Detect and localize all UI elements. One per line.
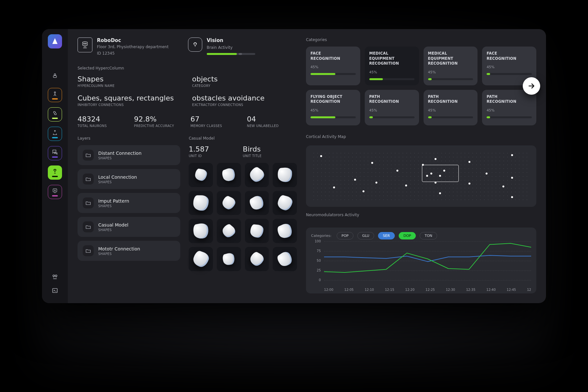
map-spot — [511, 154, 513, 156]
svg-point-2 — [54, 92, 56, 93]
model-thumb-0[interactable] — [189, 163, 213, 187]
chip-dop[interactable]: DOP — [399, 232, 416, 239]
robot-location: Floor 3rd, Physiotherapy department — [97, 44, 169, 50]
model-thumb-1[interactable] — [217, 163, 241, 187]
model-thumb-15[interactable] — [273, 247, 297, 271]
svg-point-6 — [55, 275, 57, 277]
svg-point-10 — [85, 43, 86, 44]
category-card-5[interactable]: PATH RECOGNITION 45% — [365, 90, 419, 125]
layer-item-1[interactable]: Local Connection SHAPES — [78, 169, 180, 189]
model-thumb-12[interactable] — [189, 247, 213, 271]
series-dop — [324, 243, 531, 272]
layer-item-4[interactable]: Mototr Connection SHAPES — [78, 241, 180, 261]
stat-0: 48324 TOTAL NAURONS — [78, 115, 128, 128]
model-thumb-7[interactable] — [273, 191, 297, 215]
app-window: RoboDoc Floor 3rd, Physiotherapy departm… — [42, 29, 546, 303]
terminal-icon[interactable] — [51, 287, 58, 295]
vision-progress-fill — [207, 53, 237, 55]
svg-point-3 — [54, 170, 56, 171]
camera-icon[interactable] — [51, 273, 58, 282]
vision-nav-icon[interactable] — [48, 165, 62, 180]
model-thumb-11[interactable] — [273, 219, 297, 243]
unit-id: 1.587 UNIT ID — [189, 145, 243, 158]
chip-ser[interactable]: SER — [378, 232, 395, 239]
deploy-icon[interactable] — [48, 127, 62, 141]
map-spot — [439, 192, 441, 194]
svg-rect-8 — [83, 42, 88, 46]
xtick: 12:00 — [324, 288, 333, 291]
map-spot — [375, 182, 377, 184]
inhibitory-connections: Cubes, squares, rectangles INHIBITORY CO… — [78, 94, 183, 107]
model-thumb-2[interactable] — [245, 163, 269, 187]
neuro-chart-panel: Categories: POPGLUSERDOPTON 0255075100 1… — [306, 228, 536, 293]
chip-glu[interactable]: GLU — [357, 232, 374, 239]
robot-name: RoboDoc — [97, 37, 169, 43]
robot-summary: RoboDoc Floor 3rd, Physiotherapy departm… — [78, 37, 169, 56]
model-thumb-8[interactable] — [189, 219, 213, 243]
chip-pop[interactable]: POP — [337, 232, 353, 239]
svg-rect-1 — [53, 76, 57, 78]
map-spot — [511, 196, 513, 198]
unit-title: Birds UNIT TITLE — [243, 145, 297, 158]
category-card-2[interactable]: MEDICAL EQUIPMENT RECOGNITION 45% — [424, 47, 478, 85]
model-thumb-6[interactable] — [245, 191, 269, 215]
ytick: 50 — [311, 259, 321, 262]
folder-icon — [83, 221, 94, 232]
map-grid — [312, 151, 530, 201]
category-card-7[interactable]: PATH RECOGNITION 45% — [482, 90, 536, 125]
category-card-0[interactable]: FACE RECOGNITION 45% — [306, 47, 360, 85]
hypercolumn-category: objects CATEGORY — [192, 75, 297, 88]
training-icon[interactable] — [48, 88, 62, 102]
model-thumb-4[interactable] — [189, 191, 213, 215]
health-icon[interactable] — [48, 185, 62, 199]
model-thumb-10[interactable] — [245, 219, 269, 243]
svg-point-5 — [53, 275, 55, 277]
categories-title: Categories — [306, 37, 536, 42]
model-thumb-14[interactable] — [245, 247, 269, 271]
xtick: 12:35 — [466, 288, 476, 291]
layer-item-2[interactable]: Imput Pattern SHAPES — [78, 193, 180, 213]
model-thumb-9[interactable] — [217, 219, 241, 243]
model-thumb-3[interactable] — [273, 163, 297, 187]
link-icon[interactable] — [48, 107, 62, 122]
category-card-4[interactable]: FLYING OBJECT RECOGNITION 45% — [306, 90, 360, 125]
category-card-1[interactable]: MEDICAL EQUIPMENT RECOGNITION 45% — [365, 47, 419, 85]
category-card-6[interactable]: PATH RECOGNITION 45% — [424, 90, 478, 125]
ytick: 25 — [311, 269, 321, 272]
robots-icon[interactable] — [48, 69, 62, 83]
robot-icon — [78, 37, 92, 52]
vision-title: Vision — [207, 37, 255, 43]
svg-point-0 — [54, 74, 56, 75]
series-ser — [324, 255, 531, 261]
map-spot — [511, 177, 513, 179]
xtick: 12:40 — [487, 288, 496, 291]
layer-item-3[interactable]: Casual Model SHAPES — [78, 217, 180, 237]
hypercolumn-section-label: Selected HypercColumn — [78, 66, 297, 70]
model-thumb-13[interactable] — [217, 247, 241, 271]
stat-2: 67 MEMORY CLASSES — [191, 115, 241, 128]
xtick: 12:30 — [446, 288, 455, 291]
svg-point-11 — [194, 43, 196, 45]
xtick: 12:10 — [365, 288, 374, 291]
cortical-map-title: Cortical Activity Map — [306, 134, 536, 139]
map-spot — [371, 162, 373, 164]
map-spot — [354, 179, 356, 181]
next-arrow-button[interactable] — [523, 77, 540, 95]
map-spot — [405, 185, 407, 186]
layer-item-0[interactable]: Distant Connection SHAPES — [78, 145, 180, 165]
app-logo[interactable] — [48, 34, 62, 48]
sidebar — [42, 29, 68, 303]
xtick: 12:20 — [405, 288, 415, 291]
xtick: 12:15 — [385, 288, 394, 291]
ytick: 75 — [311, 249, 321, 253]
folder-icon — [83, 150, 94, 161]
cortical-activity-map[interactable] — [306, 145, 536, 207]
stat-3: 04 NEW UNLABELLED — [247, 115, 297, 128]
hypercolumn-name: Shapes HYPERCOLUMN NAME — [78, 75, 183, 88]
chat-icon[interactable] — [48, 146, 62, 160]
chip-ton[interactable]: TON — [420, 232, 437, 239]
neuro-title: Neuromodulatorors Activity — [306, 213, 536, 217]
folder-icon — [83, 245, 94, 256]
model-thumb-5[interactable] — [217, 191, 241, 215]
map-viewport[interactable] — [422, 165, 459, 182]
